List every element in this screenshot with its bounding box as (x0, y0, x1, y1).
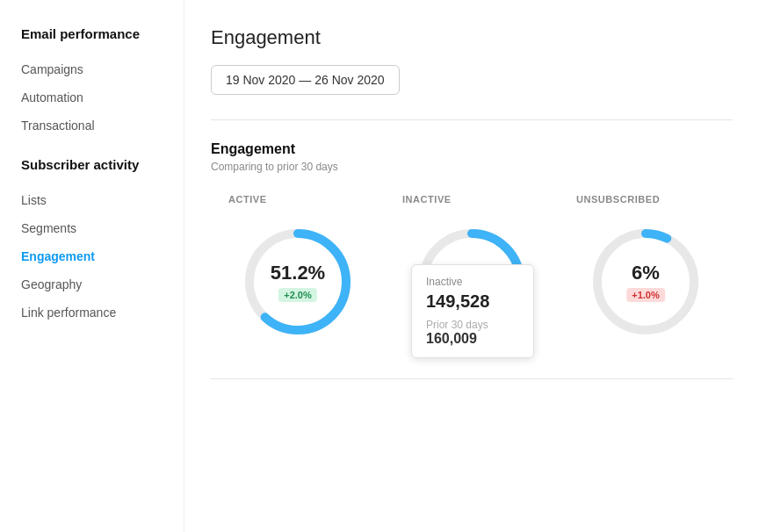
chart-unsubscribed-badge: +1.0% (626, 288, 665, 302)
charts-row: ACTIVE 51.2% +2.0% INACTIVE (211, 194, 733, 343)
chart-active: ACTIVE 51.2% +2.0% (211, 194, 385, 343)
sidebar-section-subscriber-activity: Subscriber activity (21, 157, 166, 172)
tooltip-prior-value: 160,009 (426, 331, 519, 347)
chart-active-label: ACTIVE (228, 194, 267, 205)
sidebar-item-transactional[interactable]: Transactional (21, 111, 166, 140)
bottom-divider (211, 378, 733, 379)
main-content: Engagement 19 Nov 2020 — 26 Nov 2020 Eng… (184, 0, 759, 532)
sidebar-item-engagement[interactable]: Engagement (21, 242, 166, 270)
chart-inactive: INACTIVE 42.8% -3.0% Inactive 149,528 Pr (385, 194, 559, 343)
engagement-section-title: Engagement (211, 141, 733, 157)
sidebar-item-lists[interactable]: Lists (21, 186, 166, 214)
page-title: Engagement (211, 26, 733, 49)
sidebar-group-subscriber: Subscriber activity Lists Segments Engag… (21, 157, 166, 327)
sidebar-item-link-performance[interactable]: Link performance (21, 298, 166, 327)
sidebar-item-campaigns[interactable]: Campaigns (21, 55, 166, 83)
sidebar-item-segments[interactable]: Segments (21, 214, 166, 242)
chart-active-badge: +2.0% (278, 288, 317, 302)
inactive-tooltip: Inactive 149,528 Prior 30 days 160,009 (411, 264, 534, 358)
date-range-value: 19 Nov 2020 — 26 Nov 2020 (226, 73, 385, 87)
chart-unsubscribed-percent: 6% (626, 262, 665, 284)
chart-inactive-label: INACTIVE (402, 194, 452, 205)
sidebar-item-automation[interactable]: Automation (21, 83, 166, 111)
date-range-picker[interactable]: 19 Nov 2020 — 26 Nov 2020 (211, 65, 400, 95)
sidebar-section-email-performance: Email performance (21, 26, 166, 41)
chart-unsubscribed-donut: 6% +1.0% (584, 220, 707, 343)
divider (211, 119, 733, 120)
chart-unsubscribed-label: UNSUBSCRIBED (576, 194, 660, 205)
chart-active-donut: 51.2% +2.0% (236, 220, 359, 343)
tooltip-value: 149,528 (426, 291, 519, 312)
chart-active-center: 51.2% +2.0% (271, 262, 325, 302)
sidebar: Email performance Campaigns Automation T… (0, 0, 184, 532)
sidebar-group-email: Email performance Campaigns Automation T… (21, 26, 166, 140)
tooltip-prior-label: Prior 30 days (426, 319, 519, 331)
sidebar-item-geography[interactable]: Geography (21, 270, 166, 298)
engagement-section-subtitle: Comparing to prior 30 days (211, 161, 733, 173)
chart-unsubscribed: UNSUBSCRIBED 6% +1.0% (559, 194, 733, 343)
chart-unsubscribed-center: 6% +1.0% (626, 262, 665, 302)
chart-active-percent: 51.2% (271, 262, 325, 284)
tooltip-title: Inactive (426, 276, 519, 288)
